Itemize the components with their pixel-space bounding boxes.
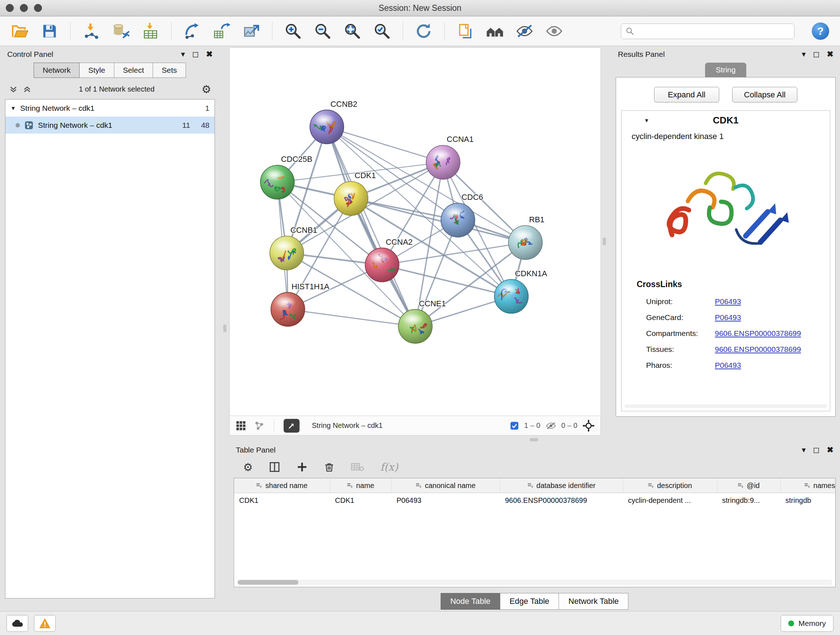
show-graphics-details-icon[interactable] — [545, 22, 563, 40]
crosslink-link[interactable]: P06493 — [715, 313, 741, 322]
tab-style[interactable]: Style — [79, 63, 114, 78]
cell-id[interactable]: stringdb:9... — [717, 493, 780, 508]
collapse-section-icon[interactable]: ▼ — [644, 117, 649, 124]
import-network-from-file-icon[interactable] — [82, 22, 100, 40]
tab-node-table[interactable]: Node Table — [441, 593, 500, 610]
table-settings-gear-icon[interactable]: ⚙ — [243, 461, 253, 473]
show-columns-icon[interactable] — [269, 461, 280, 473]
expand-all-icon[interactable] — [22, 85, 32, 94]
network-node-CDKN1A[interactable]: CDKN1A — [494, 269, 547, 314]
tab-network-table[interactable]: Network Table — [559, 593, 628, 610]
crosslink-link[interactable]: P06493 — [715, 297, 741, 306]
search-input[interactable] — [638, 27, 790, 35]
tab-network[interactable]: Network — [34, 63, 80, 78]
horizontal-scrollbar[interactable] — [624, 404, 827, 408]
splitter-handle-bottom[interactable] — [530, 438, 538, 441]
splitter-handle-right[interactable] — [603, 238, 606, 245]
column-header[interactable]: name — [330, 478, 392, 493]
network-node-RB1[interactable]: RB1 — [508, 215, 545, 260]
crosslink-link[interactable]: 9606.ENSP00000378699 — [715, 329, 801, 338]
import-table-from-file-icon[interactable] — [141, 22, 159, 40]
selected-checkbox-icon[interactable] — [510, 421, 519, 431]
zoom-in-icon[interactable] — [284, 22, 302, 40]
crosslink-link[interactable]: P06493 — [715, 361, 741, 370]
network-collection-row[interactable]: ▼ String Network – cdk1 1 — [5, 100, 215, 117]
cell-description[interactable]: cyclin-dependent ... — [623, 493, 717, 508]
collapse-all-icon[interactable] — [9, 85, 18, 94]
import-network-from-database-icon[interactable] — [112, 22, 130, 40]
close-window-button[interactable] — [6, 4, 14, 12]
birds-eye-view-button[interactable] — [284, 419, 300, 432]
tab-select[interactable]: Select — [114, 63, 153, 78]
panel-float-icon[interactable]: ◻ — [192, 50, 199, 58]
warnings-button[interactable] — [34, 615, 56, 632]
zoom-selected-icon[interactable] — [373, 22, 391, 40]
column-header[interactable]: @id — [717, 478, 780, 493]
zoom-fit-icon[interactable] — [343, 22, 362, 40]
cell-canonical-name[interactable]: P06493 — [392, 493, 500, 508]
add-column-icon[interactable] — [296, 461, 308, 473]
delete-column-trash-icon[interactable] — [324, 461, 335, 473]
column-header[interactable]: canonical name — [392, 478, 500, 493]
panel-close-icon[interactable]: ✖ — [206, 50, 213, 58]
panel-menu-icon[interactable]: ▾ — [802, 50, 806, 58]
birds-eye-houses-icon[interactable] — [486, 22, 504, 40]
network-row[interactable]: String Network – cdk1 11 48 — [5, 117, 215, 134]
panel-menu-icon[interactable]: ▾ — [181, 50, 185, 58]
copy-document-icon[interactable] — [456, 22, 474, 40]
network-node-CCNA1[interactable]: CCNA1 — [426, 135, 474, 179]
scrollbar-thumb[interactable] — [238, 580, 298, 585]
panel-close-icon[interactable]: ✖ — [827, 446, 834, 454]
cell-name[interactable]: CDK1 — [330, 493, 392, 508]
network-node-HIST1H1A[interactable]: HIST1H1A — [271, 282, 330, 326]
network-node-CCNB1[interactable]: CCNB1 — [270, 226, 317, 270]
save-session-icon[interactable] — [41, 22, 58, 40]
network-node-CDC25B[interactable]: CDC25B — [261, 155, 312, 199]
tree-expand-icon[interactable]: ▼ — [11, 105, 16, 111]
panel-float-icon[interactable]: ◻ — [813, 446, 819, 454]
refresh-icon[interactable] — [415, 22, 433, 40]
memory-button[interactable]: Memory — [781, 615, 834, 632]
node-table[interactable]: shared name name canonical name database… — [234, 478, 836, 587]
gear-icon[interactable]: ⚙ — [202, 83, 211, 96]
table-horizontal-scrollbar[interactable] — [237, 580, 832, 585]
tab-edge-table[interactable]: Edge Table — [500, 593, 559, 610]
panel-close-icon[interactable]: ✖ — [827, 50, 834, 58]
open-session-icon[interactable] — [11, 22, 29, 40]
zoom-out-icon[interactable] — [314, 22, 332, 40]
tab-string[interactable]: String — [705, 63, 746, 77]
hidden-eye-slash-icon[interactable] — [546, 421, 556, 431]
toolbar-search[interactable] — [621, 24, 794, 39]
center-crosshair-icon[interactable] — [583, 420, 595, 432]
export-image-icon[interactable] — [242, 22, 261, 40]
network-node-CDK1[interactable]: CDK1 — [334, 171, 376, 215]
maximize-window-button[interactable] — [34, 4, 42, 12]
clone-network-icon[interactable] — [213, 22, 231, 40]
panel-float-icon[interactable]: ◻ — [813, 50, 819, 58]
help-icon[interactable]: ? — [812, 22, 829, 40]
cloud-status-button[interactable] — [6, 615, 28, 632]
cell-namespace[interactable]: stringdb — [780, 493, 836, 508]
cell-shared-name[interactable]: CDK1 — [234, 493, 330, 508]
column-header[interactable]: description — [623, 478, 717, 493]
cell-database-identifier[interactable]: 9606.ENSP00000378699 — [500, 493, 623, 508]
hide-graphics-details-icon[interactable] — [515, 22, 534, 40]
panel-menu-icon[interactable]: ▾ — [802, 446, 806, 454]
minimize-window-button[interactable] — [20, 4, 28, 12]
grid-view-icon[interactable] — [235, 420, 246, 431]
crosslink-link[interactable]: 9606.ENSP00000378699 — [715, 345, 801, 354]
network-view-icon[interactable] — [254, 420, 264, 431]
function-builder-icon[interactable]: f(x) — [380, 461, 398, 473]
collapse-all-button[interactable]: Collapse All — [732, 87, 797, 103]
splitter-handle-left[interactable] — [223, 325, 226, 333]
network-node-CCNB2[interactable]: CCNB2 — [310, 100, 357, 144]
table-row[interactable]: CDK1 CDK1 P06493 9606.ENSP00000378699 cy… — [234, 493, 836, 508]
network-canvas[interactable]: CCNB2CCNA1CDC25BCDK1CDC6RB1CCNB1CCNA2CDK… — [229, 48, 601, 416]
column-header[interactable]: namespac — [780, 478, 836, 493]
string-network-graph[interactable]: CCNB2CCNA1CDC25BCDK1CDC6RB1CCNB1CCNA2CDK… — [230, 48, 600, 416]
network-from-selection-icon[interactable] — [183, 22, 201, 40]
column-header[interactable]: shared name — [234, 478, 330, 493]
tab-sets[interactable]: Sets — [153, 63, 186, 78]
expand-all-button[interactable]: Expand All — [654, 87, 719, 103]
column-header[interactable]: database identifier — [500, 478, 623, 493]
